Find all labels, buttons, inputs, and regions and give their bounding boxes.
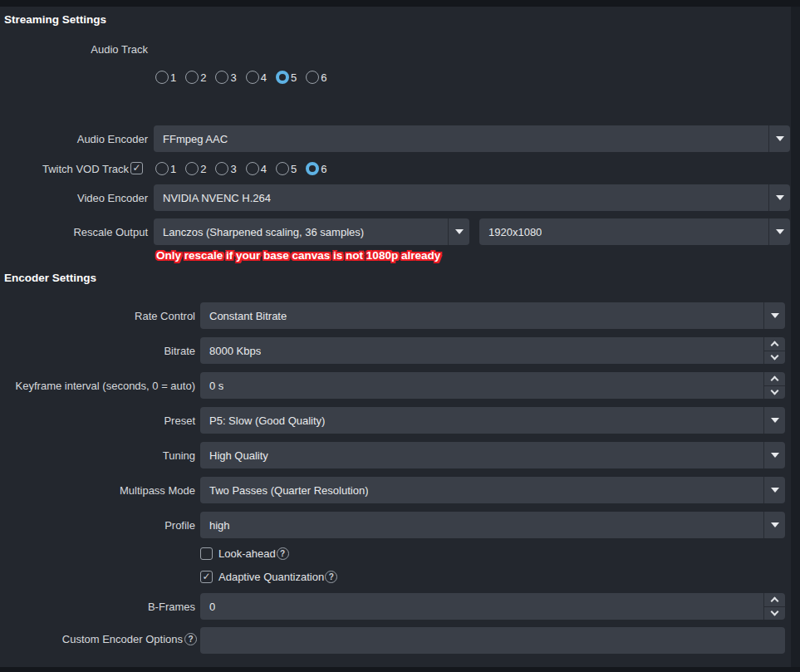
streaming-settings-title: Streaming Settings: [4, 13, 106, 26]
radio-icon: [276, 162, 289, 175]
chevron-down-icon: [771, 453, 779, 458]
tuning-label: Tuning: [0, 449, 195, 462]
audio-track-radio-1[interactable]: 1: [155, 71, 176, 84]
vod-track-radio-1[interactable]: 1: [155, 162, 176, 175]
profile-dropdown[interactable]: high: [200, 512, 785, 538]
dropdown-arrow-button[interactable]: [768, 184, 790, 211]
twitch-vod-track-radio-group: 1 2 3 4 5 6: [155, 162, 326, 175]
top-divider: [0, 0, 800, 7]
adaptive-quantization-checkbox[interactable]: ✓: [200, 571, 213, 583]
bitrate-label: Bitrate: [0, 345, 195, 357]
dropdown-arrow-button[interactable]: [763, 442, 785, 468]
spin-down-button[interactable]: [764, 607, 785, 620]
b-frames-label: B-Frames: [0, 601, 195, 613]
radio-icon: [185, 162, 199, 175]
chevron-up-icon: [771, 597, 779, 606]
radio-icon: [185, 71, 199, 84]
look-ahead-row: ✓ Look-ahead ?: [200, 547, 289, 560]
profile-label: Profile: [0, 519, 195, 532]
radio-icon: [306, 71, 319, 84]
rescale-resolution-dropdown[interactable]: 1920x1080: [479, 218, 790, 245]
dropdown-arrow-button[interactable]: [768, 218, 790, 245]
vod-track-radio-3[interactable]: 3: [215, 162, 236, 175]
spin-buttons: [763, 372, 785, 399]
twitch-vod-track-checkbox[interactable]: ✓: [130, 162, 143, 174]
dropdown-arrow-button[interactable]: [768, 125, 790, 152]
audio-track-radio-5[interactable]: 5: [276, 71, 297, 84]
rescale-output-label: Rescale Output: [0, 226, 148, 238]
adaptive-quantization-row: ✓ Adaptive Quantization ?: [200, 571, 337, 583]
chevron-down-icon: [771, 313, 779, 318]
audio-encoder-dropdown[interactable]: FFmpeg AAC: [154, 125, 790, 152]
dropdown-arrow-button[interactable]: [448, 218, 469, 245]
radio-checked-icon: [306, 162, 319, 175]
radio-icon: [215, 71, 228, 84]
custom-encoder-options-label-row: Custom Encoder Options ?: [0, 633, 197, 645]
chevron-down-icon: [776, 195, 784, 200]
radio-icon: [215, 162, 228, 175]
chevron-down-icon: [776, 136, 784, 141]
dropdown-arrow-button[interactable]: [763, 407, 785, 434]
spin-down-button[interactable]: [764, 351, 785, 365]
preset-label: Preset: [0, 414, 195, 427]
b-frames-spinbox[interactable]: 0: [200, 593, 785, 620]
chevron-up-icon: [771, 376, 779, 385]
keyframe-interval-spinbox[interactable]: 0 s: [200, 372, 785, 399]
rate-control-dropdown[interactable]: Constant Bitrate: [200, 302, 785, 329]
audio-track-radio-4[interactable]: 4: [246, 71, 267, 84]
radio-icon: [155, 162, 169, 175]
settings-panel: Streaming Settings Audio Track 1 2 3 4 5…: [0, 0, 800, 672]
rescale-warning-annotation: Only rescale if your base canvas is not …: [156, 249, 440, 262]
spin-up-button[interactable]: [764, 593, 785, 607]
bitrate-spinbox[interactable]: 8000 Kbps: [200, 337, 785, 364]
radio-icon: [246, 162, 259, 175]
chevron-down-icon: [771, 351, 779, 360]
video-encoder-label: Video Encoder: [0, 192, 148, 204]
spin-up-button[interactable]: [764, 337, 785, 351]
spin-buttons: [763, 337, 785, 364]
chevron-down-icon: [771, 488, 779, 493]
spin-buttons: [763, 593, 785, 620]
chevron-down-icon: [771, 418, 779, 423]
custom-encoder-options-input[interactable]: [200, 627, 785, 654]
tuning-dropdown[interactable]: High Quality: [200, 442, 785, 468]
radio-checked-icon: [276, 71, 289, 84]
look-ahead-checkbox[interactable]: ✓: [200, 547, 213, 560]
help-icon: ?: [277, 547, 289, 560]
radio-icon: [246, 71, 259, 84]
spin-down-button[interactable]: [764, 386, 785, 400]
audio-track-label: Audio Track: [0, 43, 148, 56]
video-encoder-dropdown[interactable]: NVIDIA NVENC H.264: [154, 184, 790, 211]
audio-track-radio-group: 1 2 3 4 5 6: [155, 71, 326, 84]
audio-track-radio-6[interactable]: 6: [306, 71, 326, 84]
dropdown-arrow-button[interactable]: [763, 302, 785, 329]
rescale-filter-dropdown[interactable]: Lanczos (Sharpened scaling, 36 samples): [154, 218, 469, 245]
help-icon: ?: [325, 571, 337, 583]
multipass-mode-label: Multipass Mode: [0, 484, 195, 497]
audio-track-radio-2[interactable]: 2: [185, 71, 206, 84]
spin-up-button[interactable]: [764, 372, 785, 386]
bottom-divider: [0, 667, 800, 672]
chevron-down-icon: [771, 522, 779, 527]
chevron-down-icon: [771, 386, 779, 395]
audio-track-radio-3[interactable]: 3: [215, 71, 236, 84]
chevron-down-icon: [455, 229, 464, 234]
custom-encoder-options-label: Custom Encoder Options: [62, 633, 183, 645]
adaptive-quantization-label: Adaptive Quantization: [218, 571, 324, 583]
twitch-vod-track-label: Twitch VOD Track: [0, 163, 129, 175]
chevron-down-icon: [776, 229, 784, 234]
vod-track-radio-6[interactable]: 6: [306, 162, 326, 175]
dropdown-arrow-button[interactable]: [763, 477, 785, 503]
vod-track-radio-4[interactable]: 4: [246, 162, 267, 175]
vod-track-radio-5[interactable]: 5: [276, 162, 297, 175]
radio-icon: [155, 71, 169, 84]
scrollbar-track[interactable]: [791, 7, 800, 667]
rate-control-label: Rate Control: [0, 310, 195, 322]
encoder-settings-title: Encoder Settings: [4, 272, 96, 284]
dropdown-arrow-button[interactable]: [763, 512, 785, 538]
audio-encoder-label: Audio Encoder: [0, 133, 148, 145]
keyframe-interval-label: Keyframe interval (seconds, 0 = auto): [0, 380, 195, 392]
vod-track-radio-2[interactable]: 2: [185, 162, 206, 175]
multipass-mode-dropdown[interactable]: Two Passes (Quarter Resolution): [200, 477, 785, 503]
preset-dropdown[interactable]: P5: Slow (Good Quality): [200, 407, 785, 434]
